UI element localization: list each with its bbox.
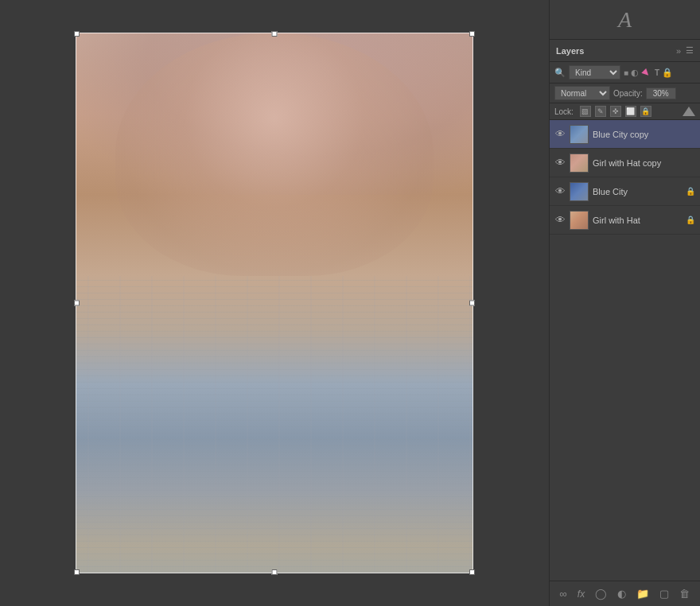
thumbnail-girl-hat [570,211,589,230]
right-panel: A Layers » ☰ 🔍 Kind ■ ◐ ► T 🔒 [549,0,700,606]
layer-item-girl-with-hat[interactable]: 👁 Girl with Hat 🔒 [550,206,700,235]
layers-panel-title: Layers [556,46,584,56]
visibility-icon-blue-city[interactable]: 👁 [554,185,566,197]
panel-menu-icon[interactable]: ☰ [686,45,694,56]
lock-filter-icon[interactable]: 🔒 [662,68,673,78]
layer-item-girl-with-hat-copy[interactable]: 👁 Girl with Hat copy [550,149,700,177]
lock-transparent-btn[interactable]: ▧ [580,106,591,117]
layer-item-blue-city[interactable]: 👁 Blue City 🔒 [550,177,700,206]
collapse-icon[interactable]: » [676,46,681,56]
thumbnail-girl-hat-copy [570,153,589,173]
blend-row: Normal Opacity: 30% [550,84,700,103]
layer-item-blue-city-copy[interactable]: 👁 Blue City copy [550,120,700,149]
canvas-area [0,0,549,606]
blend-mode-select[interactable]: Normal [554,86,610,100]
lock-image-btn[interactable]: ✎ [595,106,606,117]
visibility-icon-girl-hat-copy[interactable]: 👁 [554,157,566,169]
city-overlay [76,276,473,573]
lock-position-btn[interactable]: ✜ [610,106,621,117]
mask-button[interactable]: ◯ [593,586,609,601]
delete-layer-button[interactable]: 🗑 [678,586,691,601]
panel-top-icon-area: A [550,0,700,40]
layers-list: 👁 Blue City copy 👁 Girl with Hat copy 👁 … [550,120,700,581]
fx-button[interactable]: fx [576,587,586,601]
pink-arrow-icon[interactable]: ► [638,64,655,80]
layer-name-girl-hat-copy: Girl with Hat copy [593,158,695,168]
filter-row: 🔍 Kind ■ ◐ ► T 🔒 [550,62,700,84]
layer-name-girl-hat: Girl with Hat [593,216,682,225]
face-overlay [115,33,434,276]
a-icon: A [618,7,632,33]
lock-icon-blue-city: 🔒 [686,187,695,196]
main-image [76,33,473,573]
visibility-icon-blue-city-copy[interactable]: 👁 [554,128,566,140]
lock-icon-girl-hat: 🔒 [686,216,695,224]
new-layer-button[interactable]: ▢ [658,586,671,601]
opacity-value[interactable]: 30% [646,87,676,99]
thumbnail-blue-city [570,182,589,201]
layers-header-icons: » ☰ [676,45,694,56]
visibility-icon-girl-hat[interactable]: 👁 [554,214,566,226]
search-icon: 🔍 [554,68,566,78]
thumbnail-blue-city-copy [570,125,589,144]
layers-panel: Layers » ☰ 🔍 Kind ■ ◐ ► T 🔒 Normal [550,40,700,606]
lock-artboard-btn[interactable]: ⬜ [625,106,636,117]
type-filter-icon[interactable]: T [655,68,659,77]
lock-all-btn[interactable]: 🔒 [640,106,651,117]
lock-row: Lock: ▧ ✎ ✜ ⬜ 🔒 [550,103,700,120]
filter-kind-select[interactable]: Kind [569,65,620,80]
filter-icons: ■ ◐ ► T 🔒 [624,66,673,79]
expand-triangle-icon [682,107,695,116]
adjustment-button[interactable]: ◐ [616,586,628,601]
group-button[interactable]: 📁 [635,586,651,601]
layer-name-blue-city-copy: Blue City copy [593,130,695,139]
layer-name-blue-city: Blue City [593,187,682,196]
image-container [76,33,473,573]
layers-toolbar: ∞ fx ◯ ◐ 📁 ▢ 🗑 [550,581,700,606]
opacity-label: Opacity: [613,89,643,98]
lock-label: Lock: [554,107,574,116]
link-layers-button[interactable]: ∞ [558,586,569,601]
pixel-filter-icon[interactable]: ■ [624,68,628,77]
layers-panel-header: Layers » ☰ [550,40,700,62]
